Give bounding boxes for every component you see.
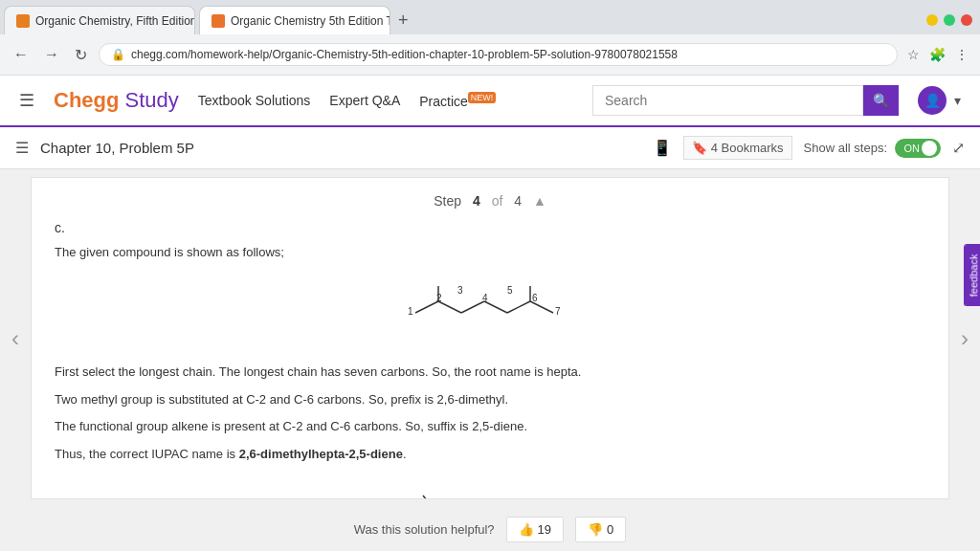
chegg-logo: Chegg Study bbox=[54, 88, 179, 113]
part-label: c. bbox=[55, 220, 925, 235]
tab1-label: Organic Chemistry, Fifth Edition bbox=[35, 14, 195, 28]
svg-text:1: 1 bbox=[408, 306, 413, 317]
problem-toolbar: ☰ Chapter 10, Problem 5P 📱 🔖 4 Bookmarks… bbox=[0, 127, 980, 169]
downvote-button[interactable]: 👎 0 bbox=[575, 517, 626, 542]
bookmarks-button[interactable]: 🔖 4 Bookmarks bbox=[683, 136, 792, 160]
lock-icon: 🔒 bbox=[111, 48, 125, 61]
content-area: ☰ Chapter 10, Problem 5P 📱 🔖 4 Bookmarks… bbox=[0, 127, 980, 551]
next-arrow[interactable]: › bbox=[949, 169, 980, 507]
helpful-text: Was this solution helpful? bbox=[354, 522, 495, 537]
molecule-svg-1: 1 2 3 4 5 6 7 bbox=[394, 275, 586, 351]
molecule-diagram-1: 1 2 3 4 5 6 7 bbox=[55, 275, 925, 351]
iupac-name: 2,6-dimethylhepta-2,5-diene bbox=[239, 447, 403, 461]
list-icon[interactable]: ☰ bbox=[15, 139, 29, 157]
svg-text:6: 6 bbox=[532, 293, 538, 303]
reload-button[interactable]: ↻ bbox=[71, 44, 91, 66]
url-bar[interactable]: 🔒 chegg.com/homework-help/Organic-Chemis… bbox=[99, 43, 898, 66]
step-header: Step 4 of 4 ▲ bbox=[55, 193, 925, 209]
search-bar: 🔍 bbox=[592, 85, 899, 116]
bookmark-star-button[interactable]: ☆ bbox=[905, 45, 922, 64]
tab-bar: Organic Chemistry, Fifth Edition ✕ Organ… bbox=[0, 0, 980, 34]
bookmark-icon: 🔖 bbox=[692, 141, 707, 155]
expert-qa-link[interactable]: Expert Q&A bbox=[329, 93, 400, 108]
browser-chrome: Organic Chemistry, Fifth Edition ✕ Organ… bbox=[0, 0, 980, 76]
main-nav: Textbook Solutions Expert Q&A PracticeNE… bbox=[198, 93, 497, 109]
svg-line-7 bbox=[415, 301, 438, 313]
svg-line-8 bbox=[438, 301, 461, 313]
problem-title: Chapter 10, Problem 5P bbox=[40, 140, 194, 156]
window-close[interactable] bbox=[961, 14, 972, 26]
thumbs-up-icon: 👍 bbox=[519, 522, 534, 537]
chegg-word: Chegg bbox=[54, 88, 119, 112]
svg-text:3: 3 bbox=[457, 285, 463, 296]
browser-actions: ☆ 🧩 ⋮ bbox=[905, 45, 970, 64]
tab1-favicon bbox=[16, 14, 30, 28]
user-avatar[interactable]: 👤 bbox=[918, 86, 947, 115]
svg-line-12 bbox=[530, 301, 553, 313]
new-tab-button[interactable]: + bbox=[390, 11, 416, 31]
forward-button[interactable]: → bbox=[40, 44, 63, 65]
svg-text:7: 7 bbox=[555, 306, 561, 317]
intro-text: The given compound is shown as follows; bbox=[55, 243, 925, 263]
study-word: Study bbox=[119, 88, 178, 112]
molecule-svg-2 bbox=[394, 476, 586, 499]
address-bar: ← → ↻ 🔒 chegg.com/homework-help/Organic-… bbox=[0, 34, 980, 75]
practice-link[interactable]: PracticeNEW! bbox=[419, 93, 496, 109]
extensions-button[interactable]: 🧩 bbox=[927, 45, 947, 64]
show-steps-control: Show all steps: ON bbox=[804, 139, 941, 158]
solution-wrapper: ‹ Step 4 of 4 ▲ c. The given compound is… bbox=[0, 169, 980, 507]
practice-badge: NEW! bbox=[468, 92, 497, 103]
window-maximize[interactable] bbox=[944, 14, 955, 26]
upvote-button[interactable]: 👍 19 bbox=[506, 517, 564, 542]
paragraph1: First select the longest chain. The long… bbox=[55, 363, 925, 383]
search-input[interactable] bbox=[592, 85, 863, 116]
expand-icon[interactable]: ⤢ bbox=[952, 139, 965, 157]
svg-line-10 bbox=[484, 301, 507, 313]
bottom-actions: Was this solution helpful? 👍 19 👎 0 bbox=[0, 507, 980, 551]
tab2-label: Organic Chemistry 5th Edition T... bbox=[231, 14, 390, 28]
tab-1[interactable]: Organic Chemistry, Fifth Edition ✕ bbox=[4, 6, 195, 34]
solution-content: Step 4 of 4 ▲ c. The given compound is s… bbox=[31, 177, 949, 499]
header-right: 👤 ▾ bbox=[918, 86, 961, 115]
toggle-label: ON bbox=[904, 143, 921, 154]
hamburger-menu[interactable]: ☰ bbox=[19, 90, 34, 111]
svg-line-15 bbox=[423, 496, 442, 499]
menu-button[interactable]: ⋮ bbox=[953, 45, 970, 64]
svg-line-9 bbox=[461, 301, 484, 313]
step-word: Step bbox=[434, 193, 461, 209]
collapse-icon[interactable]: ▲ bbox=[533, 193, 546, 209]
url-text: chegg.com/homework-help/Organic-Chemistr… bbox=[131, 48, 678, 61]
bookmarks-count: 4 Bookmarks bbox=[711, 141, 784, 155]
show-steps-toggle[interactable]: ON bbox=[895, 139, 941, 158]
step-number: 4 bbox=[473, 193, 480, 209]
textbook-solutions-link[interactable]: Textbook Solutions bbox=[198, 93, 311, 108]
show-steps-label: Show all steps: bbox=[804, 141, 887, 155]
tab-2[interactable]: Organic Chemistry 5th Edition T... ✕ bbox=[199, 6, 390, 34]
window-minimize[interactable] bbox=[926, 14, 938, 26]
paragraph2: Two methyl group is substituted at C-2 a… bbox=[55, 390, 925, 410]
prev-arrow[interactable]: ‹ bbox=[0, 169, 31, 507]
paragraph4: Thus, the correct IUPAC name is 2,6-dime… bbox=[55, 445, 925, 465]
downvote-count: 0 bbox=[607, 522, 613, 537]
molecule-diagram-2 bbox=[55, 476, 925, 499]
svg-line-11 bbox=[507, 301, 530, 313]
feedback-tab[interactable]: feedback bbox=[965, 245, 980, 307]
upvote-count: 19 bbox=[538, 522, 551, 537]
thumbs-down-icon: 👎 bbox=[588, 522, 603, 537]
of-label: of bbox=[492, 193, 503, 209]
paragraph3: The functional group alkene is present a… bbox=[55, 417, 925, 437]
mobile-icon[interactable]: 📱 bbox=[653, 139, 672, 157]
avatar-chevron[interactable]: ▾ bbox=[954, 93, 961, 108]
back-button[interactable]: ← bbox=[10, 44, 33, 65]
total-steps: 4 bbox=[514, 193, 522, 209]
svg-text:5: 5 bbox=[507, 285, 513, 296]
search-button[interactable]: 🔍 bbox=[863, 85, 899, 116]
chegg-header: ☰ Chegg Study Textbook Solutions Expert … bbox=[0, 76, 980, 127]
tab2-favicon bbox=[212, 14, 225, 28]
toggle-knob bbox=[922, 141, 937, 156]
